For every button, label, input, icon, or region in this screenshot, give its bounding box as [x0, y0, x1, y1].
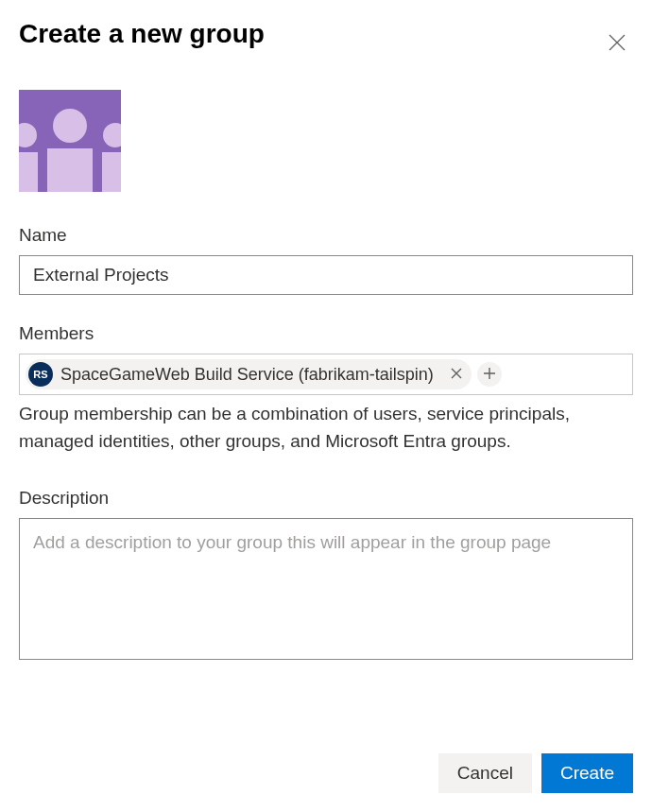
close-icon: [609, 34, 626, 54]
avatar: RS: [28, 362, 53, 387]
name-field: Name: [19, 225, 633, 295]
group-icon: [19, 90, 121, 192]
description-input[interactable]: [19, 518, 633, 660]
add-member-button[interactable]: [477, 362, 502, 387]
create-button[interactable]: Create: [541, 753, 633, 793]
dialog-header: Create a new group: [19, 19, 633, 61]
name-label: Name: [19, 225, 633, 246]
description-label: Description: [19, 488, 633, 509]
svg-point-0: [53, 109, 87, 143]
remove-icon: [451, 368, 462, 382]
members-label: Members: [19, 323, 633, 344]
svg-rect-3: [19, 152, 38, 192]
svg-point-2: [19, 123, 37, 147]
svg-point-4: [103, 123, 121, 147]
svg-rect-5: [102, 152, 121, 192]
dialog-title: Create a new group: [19, 19, 265, 49]
members-helper-text: Group membership can be a combination of…: [19, 401, 633, 455]
members-field: Members RS SpaceGameWeb Build Service (f…: [19, 323, 633, 455]
dialog-actions: Cancel Create: [438, 753, 633, 793]
member-name: SpaceGameWeb Build Service (fabrikam-tai…: [60, 365, 434, 385]
description-field: Description: [19, 488, 633, 664]
close-button[interactable]: [601, 26, 633, 61]
svg-rect-1: [47, 148, 93, 192]
plus-icon: [483, 367, 496, 383]
members-input[interactable]: RS SpaceGameWeb Build Service (fabrikam-…: [19, 354, 633, 395]
cancel-button[interactable]: Cancel: [438, 753, 532, 793]
member-chip: RS SpaceGameWeb Build Service (fabrikam-…: [26, 359, 472, 389]
remove-member-button[interactable]: [447, 364, 466, 386]
name-input[interactable]: [19, 255, 633, 295]
